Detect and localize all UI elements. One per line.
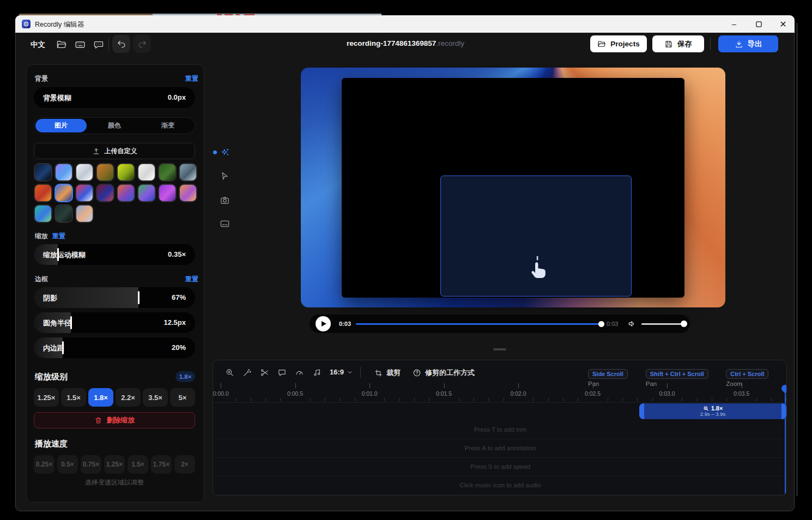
undo-button[interactable]	[112, 35, 130, 53]
border-reset-link[interactable]: 重置	[185, 275, 198, 284]
corner-radius-slider[interactable]: 圆角半径 12.5px	[34, 312, 195, 333]
delete-zoom-button[interactable]: 删除缩放	[34, 412, 195, 428]
minimize-button[interactable]: –	[722, 15, 747, 33]
keyboard-shortcuts-icon[interactable]	[75, 39, 86, 50]
background-thumbnail-yellow-green-abstract[interactable]	[117, 163, 135, 182]
timeline-zoom-in-icon[interactable]	[225, 368, 234, 377]
redo-button[interactable]	[133, 35, 151, 53]
upload-custom-button[interactable]: 上传自定义	[34, 143, 195, 159]
background-thumbnail-white-ripple[interactable]	[137, 163, 156, 182]
zoom-region-block[interactable]: 1.8× 2.9s – 3.9s	[639, 403, 786, 419]
background-window-sliver-right	[796, 23, 798, 496]
background-reset-link[interactable]: 重置	[185, 74, 198, 83]
crop-label: 裁剪	[386, 368, 401, 378]
background-thumbnail-orange-purple-rays[interactable]	[179, 184, 197, 202]
magic-wand-icon[interactable]	[243, 368, 252, 377]
background-thumbnail-soft-clouds[interactable]	[75, 204, 94, 223]
music-icon[interactable]	[312, 368, 322, 377]
background-thumbnail-green-purple-aurora[interactable]	[137, 184, 156, 202]
playhead-line[interactable]	[785, 385, 786, 495]
language-button[interactable]: 中文	[31, 40, 45, 50]
annotation-bubble-icon[interactable]	[277, 368, 287, 377]
speed-button[interactable]: 0.75×	[81, 455, 101, 474]
background-tab[interactable]: 渐变	[142, 119, 193, 132]
background-blur-slider[interactable]: 背景模糊 0.0px	[34, 87, 195, 108]
maximize-button[interactable]	[746, 15, 771, 33]
aspect-ratio-dropdown[interactable]: 16:9	[330, 368, 353, 376]
panel-resize-handle[interactable]	[493, 348, 506, 350]
background-thumbnail-orange-purple-blue[interactable]	[117, 184, 135, 202]
zoom-level-button[interactable]: 1.8×	[88, 388, 113, 407]
trim-help-button[interactable]: 修剪的工作方式	[413, 368, 475, 378]
audio-track-row[interactable]: Click music icon to add audio	[213, 476, 787, 495]
speed-button[interactable]: 1.25×	[104, 455, 125, 474]
speed-button[interactable]: 2×	[174, 455, 195, 474]
open-project-icon[interactable]	[56, 39, 67, 50]
crop-button[interactable]: 裁剪	[374, 368, 401, 378]
crop-icon	[374, 369, 383, 377]
background-thumbnail-teal-blue-rays[interactable]	[34, 204, 52, 223]
progress-bar[interactable]	[356, 323, 602, 325]
shadow-slider[interactable]: 阴影 67%	[34, 287, 195, 308]
annotation-track-row[interactable]: Press A to add annotation	[213, 439, 787, 458]
background-tab[interactable]: 图片	[35, 119, 87, 132]
background-thumbnail-green-plants[interactable]	[158, 163, 177, 182]
zoom-reset-link[interactable]: 重置	[52, 232, 65, 241]
caption-tool-icon[interactable]	[220, 219, 231, 229]
background-section-title: 背景	[35, 74, 48, 83]
background-tab[interactable]: 颜色	[89, 119, 140, 132]
background-thumbnail-snowy-mountain[interactable]	[75, 163, 94, 182]
close-button[interactable]: ✕	[771, 15, 796, 33]
feedback-icon[interactable]	[93, 39, 104, 50]
trim-track-row[interactable]: Press T to add trim	[213, 420, 787, 439]
background-thumbnail-red-blue-waves[interactable]	[75, 184, 94, 202]
speed-button[interactable]: 1.75×	[151, 455, 172, 474]
background-thumbnail-autumn-landscape[interactable]	[96, 163, 114, 182]
ruler-time-label: 0:00.0	[213, 390, 228, 397]
background-thumbnail-purple-magenta[interactable]	[158, 184, 177, 202]
ruler-time-label: 0:02.5	[585, 390, 601, 397]
ruler-time-label: 0:01.0	[361, 390, 377, 397]
progress-knob[interactable]	[598, 321, 604, 327]
background-thumbnail-blue-orange-rays[interactable]	[54, 184, 73, 202]
upload-icon	[92, 147, 100, 155]
zoom-level-button[interactable]: 3.5×	[143, 388, 168, 407]
background-thumbnail-mountain-lake[interactable]	[179, 163, 197, 182]
background-thumbnail-purple-blue-gradient[interactable]	[54, 163, 73, 182]
background-thumbnail-orange-flower[interactable]	[34, 184, 52, 202]
volume-icon[interactable]	[627, 319, 637, 329]
scroll-hint-keys: Ctrl + Scroll	[726, 369, 768, 379]
zoom-region-left-handle[interactable]	[639, 403, 644, 419]
project-filename: recording-1774861369857.recordly	[242, 39, 569, 47]
zoom-level-button[interactable]: 1.25×	[34, 388, 59, 407]
zoom-motion-blur-slider[interactable]: 缩放运动模糊 0.35×	[34, 244, 195, 265]
background-thumbnail-dark-blue-abstract[interactable]	[34, 163, 52, 182]
scissors-icon[interactable]	[260, 368, 269, 377]
corner-radius-value: 12.5px	[164, 318, 186, 326]
play-button[interactable]	[316, 316, 331, 331]
speed-button[interactable]: 1.5×	[128, 455, 148, 474]
cursor-tool-icon[interactable]	[220, 171, 231, 182]
zoom-level-button[interactable]: 1.5×	[61, 388, 86, 407]
volume-knob[interactable]	[681, 321, 687, 327]
background-blur-label: 背景模糊	[43, 93, 71, 103]
auto-zoom-sparkles-icon[interactable]	[220, 147, 231, 158]
projects-button[interactable]: Projects	[590, 35, 647, 52]
background-thumbnail-dark-red-blue[interactable]	[96, 184, 114, 202]
zoom-level-button[interactable]: 2.2×	[116, 388, 141, 407]
camera-tool-icon[interactable]	[220, 195, 231, 206]
speed-button[interactable]: 0.5×	[57, 455, 78, 474]
background-thumbnail-dark-mountain-night[interactable]	[54, 204, 73, 223]
save-button[interactable]: 保存	[652, 35, 704, 52]
background-blur-value: 0.0px	[168, 93, 186, 101]
volume-slider[interactable]	[641, 323, 684, 325]
padding-slider[interactable]: 内边距 20%	[34, 337, 195, 358]
speed-gauge-icon[interactable]	[295, 368, 304, 377]
toolbar-divider	[108, 38, 109, 51]
speed-track-row[interactable]: Press S to add speed	[213, 457, 787, 476]
zoom-level-button[interactable]: 5×	[170, 388, 195, 407]
speed-button[interactable]: 0.25×	[34, 455, 54, 474]
export-button[interactable]: 导出	[718, 35, 778, 52]
trim-help-label: 修剪的工作方式	[425, 368, 475, 378]
timeline-ruler[interactable]: 0:00.00:00.50:01.00:01.50:02.00:02.50:03…	[213, 382, 787, 403]
